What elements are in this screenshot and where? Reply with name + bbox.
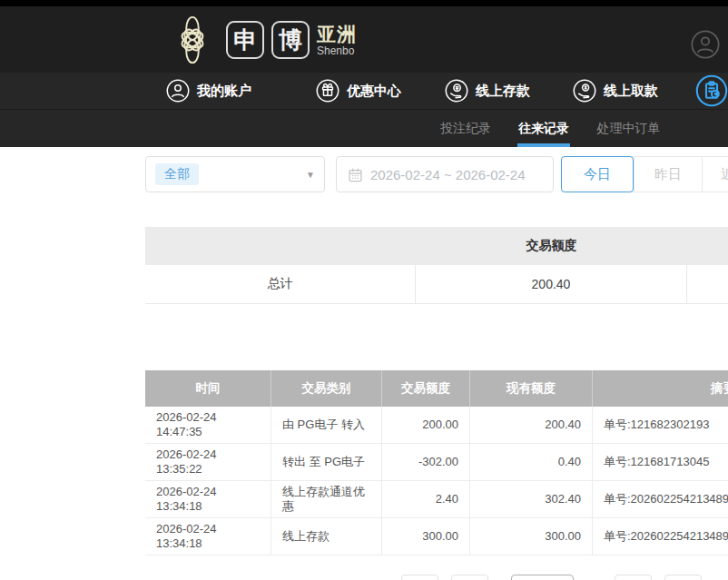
cell-memo: 单号:202602254213489 (593, 481, 728, 517)
profile-avatar-icon[interactable] (691, 30, 720, 59)
cell-time: 2026-02-24 13:34:18 (145, 481, 271, 517)
lotus-flower-icon (166, 14, 219, 66)
tab-betting-records[interactable]: 投注纪录 (438, 110, 493, 147)
pagination-button[interactable] (401, 575, 438, 580)
today-button[interactable]: 今日 (561, 156, 634, 192)
cell-time: 2026-02-24 14:47:35 (145, 407, 271, 443)
nav-label: 线上取款 (604, 83, 658, 100)
cell-balance: 0.40 (470, 444, 593, 480)
cell-balance: 302.40 (470, 481, 593, 517)
brand-subtitle: Shenbo (317, 45, 357, 56)
cell-time: 2026-02-24 13:34:18 (145, 518, 271, 555)
nav-label: 我的账户 (197, 83, 251, 100)
summary-total-cut (687, 265, 728, 303)
cell-type: 转出 至 PG电子 (271, 444, 382, 480)
cell-amount: 2.40 (382, 481, 470, 517)
summary-header-row: 交易额度 (145, 227, 728, 265)
tab-processing-orders[interactable]: 处理中订单 (595, 110, 663, 147)
pagination-page-select[interactable] (511, 575, 574, 580)
main-nav: 我的账户 优惠中心 线上存款 (0, 73, 728, 109)
date-range-input[interactable]: 2026-02-24 ~ 2026-02-24 (336, 156, 554, 192)
chevron-down-icon: ▼ (306, 170, 315, 180)
cell-balance: 200.40 (470, 407, 593, 443)
cell-type: 线上存款通道优惠 (271, 481, 382, 517)
nav-item-online-deposit[interactable]: 线上存款 (445, 73, 530, 109)
transactions-table: 时间 交易类别 交易额度 现有额度 摘要 2026-02-24 14:47:35… (145, 370, 728, 555)
table-row: 2026-02-24 14:47:35 由 PG电子 转入 200.00 200… (145, 407, 728, 444)
cell-time: 2026-02-24 13:35:22 (145, 444, 271, 480)
tab-transaction-records[interactable]: 往来记录 (516, 110, 571, 147)
cell-memo: 单号:121682302193 (593, 407, 728, 443)
gift-icon (316, 79, 339, 103)
site-header: 申 博 亚洲 Shenbo (0, 6, 728, 73)
summary-header-amount: 交易额度 (416, 227, 687, 265)
cell-balance: 300.00 (470, 518, 593, 555)
brand-char-1: 申 (226, 21, 264, 59)
pagination-button[interactable] (664, 575, 702, 580)
cell-type: 由 PG电子 转入 (271, 407, 382, 443)
nav-item-promotions[interactable]: 优惠中心 (316, 73, 401, 109)
selected-type-chip: 全部 (155, 163, 199, 185)
summary-total-row: 总计 200.40 (145, 265, 728, 304)
today-label: 今日 (584, 166, 611, 183)
quick-range-yesterday[interactable]: 昨日 (635, 157, 702, 192)
tab-label: 处理中订单 (597, 121, 661, 137)
table-header-row: 时间 交易类别 交易额度 现有额度 摘要 (145, 370, 728, 407)
table-row: 2026-02-24 13:35:22 转出 至 PG电子 -302.00 0.… (145, 444, 728, 481)
cell-amount: -302.00 (382, 444, 470, 480)
pagination-button[interactable] (615, 575, 652, 580)
nav-label: 线上存款 (476, 83, 530, 100)
table-row: 2026-02-24 13:34:18 线上存款 300.00 300.00 单… (145, 518, 728, 555)
top-strip (0, 0, 728, 6)
nav-label: 优惠中心 (347, 83, 401, 100)
quick-range-next[interactable]: 近 (703, 157, 728, 192)
cell-type: 线上存款 (271, 518, 382, 555)
col-header-amount: 交易额度 (382, 370, 470, 407)
calendar-icon (348, 167, 363, 182)
col-header-balance: 现有额度 (470, 370, 593, 407)
col-header-type: 交易类别 (271, 370, 382, 407)
range-partial-label: 近 (721, 166, 728, 183)
nav-item-my-account[interactable]: 我的账户 (166, 73, 251, 109)
tab-label: 投注纪录 (440, 121, 491, 137)
brand-char-2: 博 (271, 21, 310, 59)
cell-amount: 200.00 (382, 407, 470, 443)
summary-header-cut (687, 227, 728, 265)
cell-memo: 单号:121681713045 (593, 444, 728, 480)
brand-logo[interactable]: 申 博 亚洲 Shenbo (166, 14, 357, 66)
cell-memo: 单号:202602254213489 (593, 518, 728, 555)
pagination-button[interactable] (451, 575, 488, 580)
records-tabbar: 投注纪录 往来记录 处理中订单 (0, 109, 728, 147)
cell-amount: 300.00 (382, 518, 470, 555)
summary-total-label: 总计 (145, 265, 416, 303)
date-range-value: 2026-02-24 ~ 2026-02-24 (370, 167, 526, 182)
hand-coin-icon (445, 79, 468, 103)
summary-table: 交易额度 总计 200.40 (145, 227, 728, 304)
table-row: 2026-02-24 13:34:18 线上存款通道优惠 2.40 302.40… (145, 481, 728, 518)
user-icon (166, 79, 190, 103)
active-tab-underline (517, 143, 570, 147)
tab-label: 往来记录 (518, 121, 569, 137)
hand-money-icon (573, 79, 596, 103)
records-clipboard-icon[interactable] (695, 74, 728, 107)
col-header-time: 时间 (145, 370, 271, 407)
summary-total-value: 200.40 (416, 265, 687, 303)
yesterday-label: 昨日 (654, 166, 682, 183)
nav-item-online-withdrawal[interactable]: 线上取款 (573, 73, 658, 109)
col-header-memo: 摘要 (593, 370, 728, 407)
summary-header-blank (145, 227, 416, 265)
transaction-type-select[interactable]: 全部 ▼ (145, 156, 325, 192)
brand-region: 亚洲 (317, 25, 357, 44)
transaction-records-page: 申 博 亚洲 Shenbo 我的账户 (0, 0, 728, 580)
